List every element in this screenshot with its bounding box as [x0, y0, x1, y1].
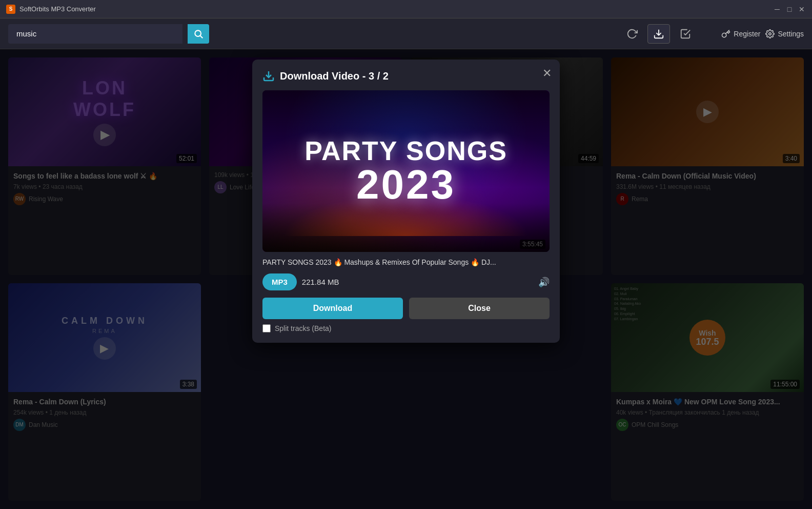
modal-title: Download Video - 3 / 2	[280, 70, 389, 82]
modal-video-title: PARTY SONGS 2023 🔥 Mashups & Remixes Of …	[262, 258, 550, 266]
search-input[interactable]	[8, 24, 182, 44]
title-bar-left: S SoftOrbits MP3 Converter	[6, 5, 96, 14]
modal-actions: Download Close	[262, 298, 550, 319]
party-text: PARTY SONGS 2023	[304, 138, 508, 205]
download-modal: Download Video - 3 / 2 ✕ PARTY SONGS 202…	[252, 60, 560, 343]
format-row: MP3 221.84 MB 🔊	[262, 273, 550, 290]
modal-close-button[interactable]: ✕	[542, 68, 552, 79]
split-tracks-row: Split tracks (Beta)	[262, 324, 550, 332]
checklist-button[interactable]	[675, 24, 696, 44]
maximize-button[interactable]: □	[785, 5, 794, 13]
file-size: 221.84 MB	[302, 278, 533, 286]
download-button[interactable]: Download	[262, 298, 403, 319]
modal-overlay: Download Video - 3 / 2 ✕ PARTY SONGS 202…	[0, 49, 812, 509]
search-button[interactable]	[188, 24, 209, 44]
modal-thumbnail: PARTY SONGS 2023 3:55:45	[262, 90, 550, 252]
close-modal-button[interactable]: Close	[409, 298, 550, 319]
close-button[interactable]: ✕	[798, 5, 806, 13]
refresh-button[interactable]	[622, 24, 642, 44]
gear-icon	[765, 29, 775, 38]
app-logo: S	[6, 5, 15, 14]
checklist-icon	[680, 28, 691, 40]
party-songs-text: PARTY SONGS	[304, 138, 508, 164]
main-content: LON WOLF ▶ 52:01 Songs to feel like a ba…	[0, 49, 812, 509]
toolbar: Register Settings	[0, 18, 812, 49]
modal-thumb-content: PARTY SONGS 2023	[262, 90, 550, 252]
settings-label: Settings	[778, 30, 804, 38]
key-icon	[721, 29, 730, 38]
settings-button[interactable]: Settings	[765, 29, 804, 38]
download-manager-icon	[653, 28, 664, 40]
register-label: Register	[734, 30, 760, 38]
svg-point-0	[195, 30, 201, 36]
title-bar-controls: ─ □ ✕	[773, 5, 806, 13]
svg-point-3	[769, 32, 772, 35]
svg-line-1	[200, 35, 203, 38]
title-bar: S SoftOrbits MP3 Converter ─ □ ✕	[0, 0, 812, 18]
party-year-text: 2023	[304, 164, 508, 205]
download-header-icon	[262, 70, 275, 82]
minimize-button[interactable]: ─	[773, 5, 781, 13]
split-tracks-label: Split tracks (Beta)	[275, 324, 331, 332]
app-title: SoftOrbits MP3 Converter	[19, 5, 96, 13]
modal-header: Download Video - 3 / 2	[262, 70, 550, 82]
format-badge: MP3	[262, 273, 297, 290]
split-tracks-checkbox[interactable]	[262, 324, 271, 332]
refresh-icon	[626, 28, 638, 40]
search-icon	[193, 29, 204, 39]
register-button[interactable]: Register	[721, 29, 760, 38]
audio-icon: 🔊	[538, 277, 550, 288]
download-manager-button[interactable]	[647, 24, 670, 44]
